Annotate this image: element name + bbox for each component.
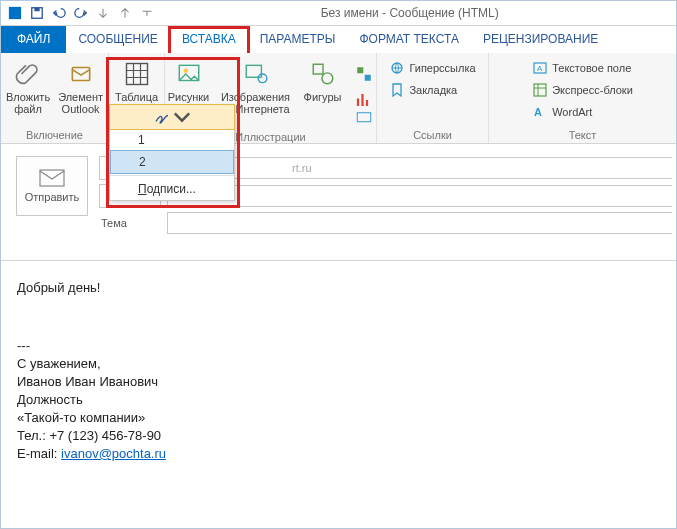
svg-rect-13 — [357, 113, 371, 122]
picture-icon — [176, 57, 202, 91]
title-bar: Без имени - Сообщение (HTML) — [1, 1, 676, 26]
textbox-icon: A — [532, 60, 548, 76]
redo-icon[interactable] — [71, 3, 91, 23]
svg-rect-12 — [364, 75, 370, 81]
textbox-button[interactable]: A Текстовое поле — [528, 57, 637, 79]
svg-point-8 — [258, 74, 267, 83]
body-greeting: Добрый день! — [17, 279, 660, 297]
sig-line-position: Должность — [17, 391, 660, 409]
undo-icon[interactable] — [49, 3, 69, 23]
save-icon[interactable] — [27, 3, 47, 23]
tab-file[interactable]: ФАЙЛ — [1, 26, 66, 53]
sig-line-email: E-mail: ivanov@pochta.ru — [17, 445, 660, 463]
svg-rect-2 — [34, 8, 39, 12]
shapes-button[interactable]: Фигуры — [297, 55, 349, 105]
chart-icon — [355, 91, 373, 109]
group-links-label: Ссылки — [413, 127, 452, 143]
quickparts-button[interactable]: Экспресс-блоки — [528, 79, 637, 101]
group-text: A Текстовое поле Экспресс-блоки A WordAr… — [489, 53, 676, 143]
smartart-icon — [355, 57, 373, 91]
shapes-icon — [310, 57, 336, 91]
outlook-item-button[interactable]: Элемент Outlook — [54, 55, 107, 117]
cc-field[interactable] — [167, 185, 672, 207]
compose-header: Отправить Кому... rt.ru Копия... Тема — [1, 144, 676, 256]
menu-separator — [110, 175, 234, 176]
svg-rect-17 — [534, 84, 546, 96]
sig-line-regards: С уважением, — [17, 355, 660, 373]
send-label: Отправить — [25, 191, 80, 203]
send-button[interactable]: Отправить — [16, 156, 88, 216]
tab-options[interactable]: ПАРАМЕТРЫ — [248, 26, 348, 53]
tab-message[interactable]: СООБЩЕНИЕ — [66, 26, 170, 53]
bookmark-icon — [389, 82, 405, 98]
online-picture-icon — [243, 57, 269, 91]
sig-line-name: Иванов Иван Иванович — [17, 373, 660, 391]
sig-line-company: «Такой-то компании» — [17, 409, 660, 427]
attach-file-button[interactable]: Вложить файл — [2, 55, 54, 117]
outlook-item-icon — [68, 57, 94, 91]
group-text-label: Текст — [569, 127, 597, 143]
textbox-label: Текстовое поле — [552, 62, 631, 74]
svg-rect-11 — [357, 67, 363, 73]
prev-icon[interactable] — [93, 3, 113, 23]
ribbon: Вложить файл Элемент Outlook Включение Т… — [1, 53, 676, 144]
quickparts-label: Экспресс-блоки — [552, 84, 633, 96]
svg-text:A: A — [534, 106, 542, 118]
svg-rect-3 — [72, 68, 89, 81]
screenshot-icon — [355, 109, 373, 127]
signature-separator: --- — [17, 337, 660, 355]
signatures-settings-option[interactable]: Подписи... — [110, 178, 234, 200]
subject-field[interactable] — [167, 212, 672, 234]
signature-option-2[interactable]: 2 — [110, 150, 234, 174]
hyperlink-label: Гиперссылка — [409, 62, 475, 74]
signature-split-button[interactable] — [109, 104, 235, 130]
illustrations-more[interactable] — [349, 55, 379, 129]
group-include-label: Включение — [26, 127, 83, 143]
wordart-label: WordArt — [552, 106, 592, 118]
table-label: Таблица — [115, 91, 158, 103]
bookmark-button[interactable]: Закладка — [385, 79, 479, 101]
to-field[interactable]: rt.ru — [167, 157, 672, 179]
outlook-item-label: Элемент Outlook — [58, 91, 103, 115]
tab-format[interactable]: ФОРМАТ ТЕКСТА — [347, 26, 470, 53]
wordart-button[interactable]: A WordArt — [528, 101, 637, 123]
subject-label: Тема — [99, 217, 161, 229]
attach-file-label: Вложить файл — [6, 91, 50, 115]
signature-dropdown: 1 2 Подписи... — [109, 104, 235, 201]
quick-access-toolbar — [1, 3, 157, 23]
next-icon[interactable] — [115, 3, 135, 23]
paperclip-icon — [15, 57, 41, 91]
svg-rect-4 — [126, 64, 147, 85]
group-links: Гиперссылка Закладка Ссылки — [377, 53, 489, 143]
svg-rect-9 — [313, 64, 323, 74]
bookmark-label: Закладка — [409, 84, 457, 96]
window-title: Без имени - Сообщение (HTML) — [321, 6, 499, 20]
signature-option-1[interactable]: 1 — [110, 129, 234, 151]
svg-point-10 — [321, 73, 332, 84]
hyperlink-icon — [389, 60, 405, 76]
app-icon[interactable] — [5, 3, 25, 23]
svg-point-6 — [183, 69, 187, 73]
svg-text:A: A — [537, 64, 543, 73]
tab-insert[interactable]: ВСТАВКА — [170, 26, 248, 53]
send-icon — [39, 169, 65, 187]
shapes-label: Фигуры — [304, 91, 342, 103]
tab-review[interactable]: РЕЦЕНЗИРОВАНИЕ — [471, 26, 610, 53]
pictures-button[interactable]: Рисунки — [163, 55, 215, 105]
wordart-icon: A — [532, 104, 548, 120]
group-illustrations-label: Иллюстрации — [235, 129, 305, 145]
svg-rect-0 — [9, 7, 21, 19]
quickparts-icon — [532, 82, 548, 98]
svg-rect-19 — [40, 170, 64, 186]
table-icon — [123, 57, 151, 91]
email-link[interactable]: ivanov@pochta.ru — [61, 446, 166, 461]
hyperlink-button[interactable]: Гиперссылка — [385, 57, 479, 79]
pictures-label: Рисунки — [168, 91, 210, 103]
message-body[interactable]: Добрый день! --- С уважением, Иванов Ива… — [1, 261, 676, 481]
ribbon-tabs: ФАЙЛ СООБЩЕНИЕ ВСТАВКА ПАРАМЕТРЫ ФОРМАТ … — [1, 26, 676, 53]
table-button[interactable]: Таблица — [111, 55, 163, 105]
group-include: Вложить файл Элемент Outlook Включение — [1, 53, 109, 143]
qat-customize-icon[interactable] — [137, 3, 157, 23]
sig-line-phone: Тел.: +7 (123) 456-78-90 — [17, 427, 660, 445]
